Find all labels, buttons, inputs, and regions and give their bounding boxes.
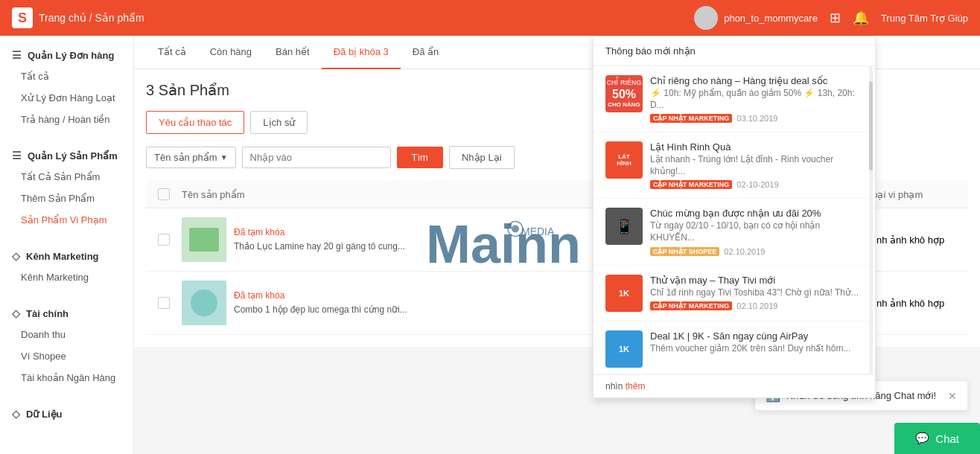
see-more-link[interactable]: thêm [626, 381, 646, 391]
notif-meta-2: CẬP NHẬT MARKETING 02-10-2019 [650, 180, 863, 189]
notification-item-4[interactable]: 1K Thử vận may – Thay Tivi mới Chỉ 1đ ri… [594, 266, 875, 322]
sidebar-section-marketing-title: ◇ Kênh Marketing [0, 246, 133, 266]
action-request-button[interactable]: Yêu cầu thao tác [146, 111, 244, 134]
finance-icon: ◇ [12, 307, 20, 319]
see-more-bar: nhìn thêm [594, 374, 875, 397]
sidebar-section-data: ◇ Dữ Liệu [0, 394, 133, 430]
grid-icon[interactable]: ⊞ [830, 10, 841, 26]
sidebar-item-marketing-channel[interactable]: Kênh Marketing [0, 266, 133, 288]
sidebar-section-products: ☰ Quản Lý Sản Phẩm Tất Cả Sản Phẩm Thêm … [0, 136, 133, 237]
notif-thumb-4: 1K [605, 275, 643, 312]
marketing-icon: ◇ [12, 250, 20, 262]
sidebar-item-violating-products[interactable]: Sản Phẩm Vi Phạm [0, 209, 133, 231]
notification-header: Thông báo mới nhận [594, 36, 875, 66]
scroll-thumb[interactable] [869, 81, 873, 170]
sidebar-section-orders-title: ☰ Quản Lý Đơn hàng [0, 45, 133, 65]
select-all-checkbox[interactable] [158, 188, 170, 200]
notif-title-5: Deal 1K | 9K - Săn ngay cùng AirPay [650, 330, 863, 342]
notif-thumb-3: 📱 [605, 208, 643, 245]
notif-desc-5: Thêm voucher giảm 20K trên sàn! Duy nhất… [650, 343, 863, 355]
product-thumb-1 [182, 217, 226, 262]
close-banner-button[interactable]: ✕ [948, 390, 957, 402]
notif-content-2: Lật Hình Rinh Quà Lật nhanh - Trúng lớn!… [650, 141, 863, 189]
svg-point-5 [191, 290, 217, 316]
sidebar-section-products-title: ☰ Quản Lý Sản Phẩm [0, 145, 133, 166]
row-type-1: Hình ảnh khô hợp [867, 234, 956, 246]
row-type-2: Hình ảnh khô hợp [867, 298, 956, 309]
filter-search-input[interactable] [242, 147, 391, 168]
breadcrumb-current: Sản phẩm [95, 12, 144, 24]
user-info[interactable]: phon_to_mommycare [694, 6, 818, 30]
sidebar-item-wallet[interactable]: Ví Shopee [0, 345, 133, 367]
breadcrumb-separator: / [89, 12, 92, 24]
header-logo: S Trang chủ / Sản phẩm [12, 7, 144, 28]
notification-item-5[interactable]: 1K Deal 1K | 9K - Săn ngay cùng AirPay T… [594, 322, 875, 374]
sidebar: ☰ Quản Lý Đơn hàng Tất cả Xử Lý Đơn Hàng… [0, 36, 134, 454]
notif-meta-3: CẬP NHẬT SHOPEE 02.10.2019 [650, 247, 863, 256]
notification-panel: Thông báo mới nhận CHỈ RIÊNG 50% CHO NÀN… [593, 36, 876, 398]
scroll-track [869, 66, 873, 374]
notif-title-4: Thử vận may – Thay Tivi mới [650, 275, 863, 286]
chevron-down-icon: ▼ [220, 153, 228, 162]
notif-badge-4: CẬP NHẬT MARKETING [650, 301, 732, 310]
notif-content-5: Deal 1K | 9K - Săn ngay cùng AirPay Thêm… [650, 330, 863, 358]
notif-content-3: Chúc mừng bạn được nhận ưu đãi 20% Từ ng… [650, 208, 863, 255]
product-thumb-2 [182, 281, 226, 325]
notif-badge-3: CẬP NHẬT SHOPEE [650, 247, 719, 256]
svg-point-0 [701, 10, 711, 20]
sidebar-item-returns[interactable]: Trả hàng / Hoàn tiền [0, 109, 133, 130]
notif-content-1: Chỉ riêng cho nàng – Hàng triệu deal sốc… [650, 75, 863, 123]
notif-title-2: Lật Hình Rinh Quà [650, 141, 863, 153]
breadcrumb: Trang chủ / Sản phẩm [39, 12, 144, 24]
chat-button[interactable]: 💬 Chat [894, 423, 980, 454]
notif-desc-3: Từ ngày 02/10 - 10/10, bạn có cơ hội nhậ… [650, 220, 863, 243]
svg-point-1 [697, 22, 715, 30]
sidebar-item-add-product[interactable]: Thêm Sản Phẩm [0, 188, 133, 209]
svg-rect-3 [189, 228, 219, 252]
notification-item-1[interactable]: CHỈ RIÊNG 50% CHO NÀNG Chỉ riêng cho nàn… [594, 66, 875, 132]
notification-item-3[interactable]: 📱 Chúc mừng bạn được nhận ưu đãi 20% Từ … [594, 199, 875, 265]
tab-sold-out[interactable]: Bán hết [264, 36, 322, 69]
sidebar-item-bulk-orders[interactable]: Xử Lý Đơn Hàng Loạt [0, 87, 133, 109]
notif-thumb-2: LÁT HÌNH [605, 141, 643, 179]
notif-title-1: Chỉ riêng cho nàng – Hàng triệu deal sốc [650, 75, 863, 86]
sidebar-item-revenue[interactable]: Doanh thu [0, 324, 133, 345]
notif-date-2: 02-10-2019 [736, 180, 778, 189]
sidebar-section-data-title: ◇ Dữ Liệu [0, 403, 133, 424]
notif-desc-1: ⚡ 10h: Mỹ phẩm, quần áo giảm 50% ⚡ 13h, … [650, 88, 863, 111]
sidebar-item-all-products[interactable]: Tất Cả Sản Phẩm [0, 166, 133, 188]
row-checkbox-1[interactable] [158, 234, 170, 246]
tab-all[interactable]: Tất cả [146, 36, 198, 69]
sidebar-section-orders: ☰ Quản Lý Đơn hàng Tất cả Xử Lý Đơn Hàng… [0, 36, 133, 136]
reset-button[interactable]: Nhập Lại [449, 146, 515, 169]
col-header-type: Loại vi phạm [867, 189, 956, 200]
notification-item-2[interactable]: LÁT HÌNH Lật Hình Rinh Quà Lật nhanh - T… [594, 132, 875, 199]
main-layout: ☰ Quản Lý Đơn hàng Tất cả Xử Lý Đơn Hàng… [0, 36, 980, 454]
username: phon_to_mommycare [724, 13, 818, 24]
search-button[interactable]: Tìm [397, 147, 443, 168]
tab-locked[interactable]: Đã bị khóa 3 [322, 36, 401, 69]
tab-in-stock[interactable]: Còn hàng [198, 36, 264, 69]
history-button[interactable]: Lịch sử [250, 111, 308, 134]
sidebar-item-all-orders[interactable]: Tất cả [0, 65, 133, 87]
support-link[interactable]: Trung Tâm Trợ Giúp [881, 13, 968, 24]
bell-icon[interactable]: 🔔 [853, 10, 869, 26]
header-right: phon_to_mommycare ⊞ 🔔 Trung Tâm Trợ Giúp [694, 6, 968, 30]
notif-badge-2: CẬP NHẬT MARKETING [650, 180, 732, 189]
filter-type-select[interactable]: Tên sản phẩm ▼ [146, 147, 236, 168]
shopee-logo: S [12, 7, 33, 28]
notif-thumb-5: 1K [605, 330, 643, 368]
avatar [694, 6, 718, 30]
breadcrumb-home[interactable]: Trang chủ [39, 12, 86, 24]
notif-content-4: Thử vận may – Thay Tivi mới Chỉ 1đ rinh … [650, 275, 863, 311]
tab-hidden[interactable]: Đã ẩn [401, 36, 451, 69]
notif-meta-4: CẬP NHẬT MARKETING 02.10.2019 [650, 301, 863, 310]
chat-button-label: Chat [935, 432, 959, 445]
sidebar-section-marketing: ◇ Kênh Marketing Kênh Marketing [0, 237, 133, 294]
notif-date-1: 03.10.2019 [736, 114, 777, 123]
data-icon: ◇ [12, 408, 20, 420]
sidebar-item-bank-account[interactable]: Tài khoản Ngân Hàng [0, 367, 133, 389]
notif-title-3: Chúc mừng bạn được nhận ưu đãi 20% [650, 208, 863, 219]
row-checkbox-2[interactable] [158, 297, 170, 309]
notif-date-4: 02.10.2019 [736, 301, 777, 310]
